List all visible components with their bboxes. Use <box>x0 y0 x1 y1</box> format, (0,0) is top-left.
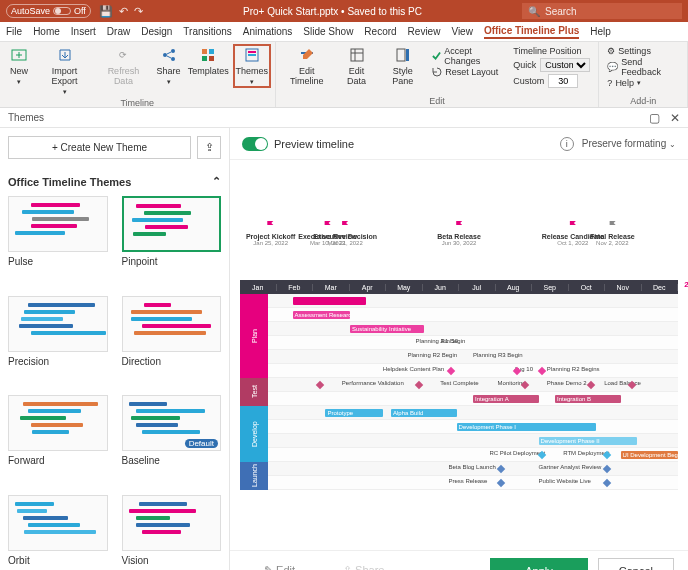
svg-rect-7 <box>209 56 214 61</box>
theme-label: Vision <box>122 555 222 566</box>
default-badge: Default <box>185 439 218 448</box>
theme-pinpoint[interactable]: Pinpoint <box>122 196 222 284</box>
preview-toggle[interactable]: Preview timeline <box>242 137 354 151</box>
import-export-button[interactable]: Import Export▾ <box>36 44 93 98</box>
settings-button[interactable]: ⚙Settings <box>607 46 679 56</box>
help-icon: ? <box>607 78 612 88</box>
tab-home[interactable]: Home <box>33 26 60 37</box>
edit-data-button[interactable]: Edit Data <box>336 44 377 88</box>
close-icon[interactable]: ✕ <box>670 111 680 125</box>
group-label: Edit <box>280 96 595 106</box>
refresh-data-button[interactable]: ⟳Refresh Data <box>95 44 151 88</box>
check-icon <box>432 51 441 61</box>
style-pane-button[interactable]: Style Pane <box>379 44 426 88</box>
flag-icon <box>266 220 276 230</box>
save-icon[interactable]: 💾 <box>99 5 113 18</box>
themes-panel: + Create New Theme ⇪ Office Timeline The… <box>0 128 688 570</box>
tab-record[interactable]: Record <box>364 26 396 37</box>
chevron-down-icon: ⌄ <box>669 140 676 149</box>
accept-changes-button[interactable]: Accept Changes <box>432 46 503 66</box>
create-new-theme-button[interactable]: + Create New Theme <box>8 136 191 159</box>
svg-rect-12 <box>406 49 409 61</box>
tab-help[interactable]: Help <box>590 26 611 37</box>
theme-precision[interactable]: Precision <box>8 296 108 384</box>
theme-label: Baseline <box>122 455 222 466</box>
toggle-switch-icon <box>242 137 268 151</box>
share-button[interactable]: ⇪ Share <box>323 558 404 570</box>
apply-button[interactable]: Apply <box>490 558 588 571</box>
reset-layout-button[interactable]: Reset Layout <box>432 67 503 77</box>
theme-forward[interactable]: Forward <box>8 395 108 483</box>
autosave-switch-icon <box>53 7 71 15</box>
tab-view[interactable]: View <box>451 26 473 37</box>
ribbon-tabs: FileHomeInsertDrawDesignTransitionsAnima… <box>0 22 688 42</box>
share-button[interactable]: Share▾ <box>154 44 184 88</box>
theme-label: Direction <box>122 356 222 367</box>
gear-icon: ⚙ <box>607 46 615 56</box>
cancel-button[interactable]: Cancel <box>598 558 674 571</box>
theme-direction[interactable]: Direction <box>122 296 222 384</box>
pin-button[interactable]: ⇪ <box>197 136 221 159</box>
chevron-up-icon: ⌃ <box>212 175 221 188</box>
tab-insert[interactable]: Insert <box>71 26 96 37</box>
svg-rect-10 <box>351 49 363 61</box>
svg-point-2 <box>171 49 175 53</box>
theme-label: Forward <box>8 455 108 466</box>
group-label: Add-in <box>603 96 683 106</box>
style-pane-icon <box>394 46 412 64</box>
panel-header: Themes ▢ ✕ <box>0 108 688 128</box>
tab-design[interactable]: Design <box>141 26 172 37</box>
new-button[interactable]: New▾ <box>4 44 34 88</box>
tab-file[interactable]: File <box>6 26 22 37</box>
preserve-formatting-dropdown[interactable]: Preserve formating ⌄ <box>582 138 676 149</box>
svg-rect-4 <box>202 49 207 54</box>
preview-pane: Preview timeline i Preserve formating ⌄ … <box>230 128 688 570</box>
themes-section-header[interactable]: Office Timeline Themes ⌃ <box>8 175 221 188</box>
document-title: Pro+ Quick Start.pptx • Saved to this PC <box>143 6 522 17</box>
theme-baseline[interactable]: DefaultBaseline <box>122 395 222 483</box>
panel-title: Themes <box>8 112 44 123</box>
tab-slide-show[interactable]: Slide Show <box>303 26 353 37</box>
maximize-icon[interactable]: ▢ <box>649 111 660 125</box>
tab-review[interactable]: Review <box>408 26 441 37</box>
themes-button[interactable]: Themes▾ <box>233 44 271 88</box>
flag-icon <box>340 220 350 230</box>
theme-label: Pinpoint <box>122 256 222 267</box>
timeline-position: Timeline Position QuickCustom Custom <box>509 44 594 92</box>
search-input[interactable]: 🔍 Search <box>522 3 682 19</box>
chat-icon: 💬 <box>607 62 618 72</box>
edit-button[interactable]: ✎ Edit <box>244 558 315 570</box>
quick-position-select[interactable]: Custom <box>540 58 590 72</box>
redo-icon[interactable]: ↷ <box>134 5 143 18</box>
svg-point-3 <box>171 57 175 61</box>
theme-vision[interactable]: Vision <box>122 495 222 571</box>
custom-position-input[interactable] <box>548 74 578 88</box>
theme-label: Orbit <box>8 555 108 566</box>
theme-orbit[interactable]: Orbit <box>8 495 108 571</box>
theme-pulse[interactable]: Pulse <box>8 196 108 284</box>
info-icon[interactable]: i <box>560 137 574 151</box>
ribbon: New▾ Import Export▾ ⟳Refresh Data Share▾… <box>0 42 688 108</box>
tab-animations[interactable]: Animations <box>243 26 292 37</box>
tab-office-timeline-plus[interactable]: Office Timeline Plus <box>484 25 579 39</box>
undo-icon[interactable]: ↶ <box>119 5 128 18</box>
edit-timeline-button[interactable]: Edit Timeline <box>280 44 334 88</box>
svg-point-1 <box>163 53 167 57</box>
templates-icon <box>199 46 217 64</box>
panel-footer: ✎ Edit ⇪ Share Apply Cancel <box>230 550 688 570</box>
edit-timeline-icon <box>298 46 316 64</box>
autosave-toggle[interactable]: AutoSave Off <box>6 4 91 18</box>
refresh-icon: ⟳ <box>114 46 132 64</box>
themes-icon <box>243 46 261 64</box>
flag-icon <box>454 220 464 230</box>
help-button[interactable]: ?Help▾ <box>607 78 679 88</box>
svg-rect-11 <box>397 49 405 61</box>
flag-icon <box>607 220 617 230</box>
templates-button[interactable]: Templates <box>186 44 231 78</box>
send-feedback-button[interactable]: 💬Send Feedback <box>607 57 679 77</box>
plus-icon <box>10 46 28 64</box>
tab-draw[interactable]: Draw <box>107 26 130 37</box>
import-icon <box>56 46 74 64</box>
tab-transitions[interactable]: Transitions <box>183 26 232 37</box>
quick-access-toolbar: 💾 ↶ ↷ <box>99 5 143 18</box>
